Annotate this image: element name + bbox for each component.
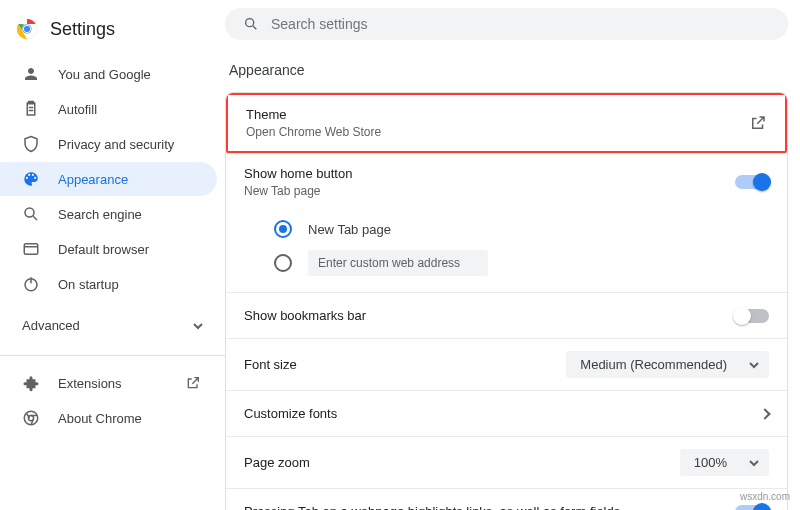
tab-highlight-label: Pressing Tab on a webpage highlights lin… [244,504,620,510]
bookmarks-toggle[interactable] [735,309,769,323]
customize-fonts-label: Customize fonts [244,406,337,421]
open-external-icon [749,114,767,132]
chevron-right-icon [759,408,770,419]
search-input[interactable] [271,16,770,32]
home-button-row: Show home button New Tab page [226,153,787,210]
sidebar-item-label: Search engine [58,207,142,222]
page-zoom-value: 100% [694,455,727,470]
main-content: Appearance Theme Open Chrome Web Store S… [225,0,800,510]
chrome-logo-icon [16,18,38,40]
sidebar-item-autofill[interactable]: Autofill [0,92,217,126]
sidebar-item-label: On startup [58,277,119,292]
svg-point-7 [24,411,38,425]
home-sub: New Tab page [244,184,352,198]
sidebar-item-label: Autofill [58,102,97,117]
custom-address-input[interactable]: Enter custom web address [308,250,488,276]
sidebar-item-label: Privacy and security [58,137,174,152]
chrome-outline-icon [22,409,40,427]
search-icon [243,16,259,32]
search-icon [22,205,40,223]
divider [0,355,225,356]
shield-icon [22,135,40,153]
watermark: wsxdn.com [740,491,790,502]
tab-highlight-row: Pressing Tab on a webpage highlights lin… [226,488,787,510]
header: Settings [0,8,225,56]
sidebar-item-label: About Chrome [58,411,142,426]
sidebar: Settings You and Google Autofill Privacy… [0,0,225,510]
home-label: Show home button [244,166,352,181]
advanced-toggle[interactable]: Advanced [0,302,225,345]
page-zoom-select[interactable]: 100% [680,449,769,476]
customize-fonts-row[interactable]: Customize fonts [226,390,787,436]
person-icon [22,65,40,83]
font-size-label: Font size [244,357,297,372]
search-bar[interactable] [225,8,788,40]
sidebar-item-label: Appearance [58,172,128,187]
theme-row[interactable]: Theme Open Chrome Web Store [226,93,787,153]
sidebar-item-label: Default browser [58,242,149,257]
extension-icon [22,374,40,392]
sidebar-item-extensions[interactable]: Extensions [0,366,217,400]
browser-icon [22,240,40,258]
svg-rect-5 [24,244,38,255]
radio-icon [274,220,292,238]
radio-new-tab[interactable]: New Tab page [274,214,769,244]
theme-label: Theme [246,107,381,122]
page-zoom-label: Page zoom [244,455,310,470]
clipboard-icon [22,100,40,118]
advanced-label: Advanced [22,318,80,333]
palette-icon [22,170,40,188]
svg-point-4 [25,208,34,217]
home-radio-group: New Tab page Enter custom web address [226,210,787,292]
home-toggle[interactable] [735,175,769,189]
svg-point-9 [246,19,254,27]
bookmarks-row: Show bookmarks bar [226,292,787,338]
appearance-card: Theme Open Chrome Web Store Show home bu… [225,92,788,510]
chevron-down-icon [749,360,759,370]
bookmarks-label: Show bookmarks bar [244,308,366,323]
open-external-icon [185,375,201,391]
sidebar-item-appearance[interactable]: Appearance [0,162,217,196]
chevron-down-icon [193,321,203,331]
sidebar-item-default-browser[interactable]: Default browser [0,232,217,266]
font-size-select[interactable]: Medium (Recommended) [566,351,769,378]
sidebar-item-label: Extensions [58,376,122,391]
sidebar-item-label: You and Google [58,67,151,82]
sidebar-item-search-engine[interactable]: Search engine [0,197,217,231]
settings-title: Settings [50,19,115,40]
tab-highlight-toggle[interactable] [735,505,769,511]
page-zoom-row: Page zoom 100% [226,436,787,488]
font-size-row: Font size Medium (Recommended) [226,338,787,390]
sidebar-item-privacy[interactable]: Privacy and security [0,127,217,161]
sidebar-item-you-and-google[interactable]: You and Google [0,57,217,91]
power-icon [22,275,40,293]
sidebar-item-on-startup[interactable]: On startup [0,267,217,301]
chevron-down-icon [749,458,759,468]
font-size-value: Medium (Recommended) [580,357,727,372]
radio-icon [274,254,292,272]
radio-custom-address[interactable]: Enter custom web address [274,244,769,282]
theme-sub: Open Chrome Web Store [246,125,381,139]
section-title: Appearance [225,58,788,92]
sidebar-item-about[interactable]: About Chrome [0,401,217,435]
radio-label: New Tab page [308,222,391,237]
